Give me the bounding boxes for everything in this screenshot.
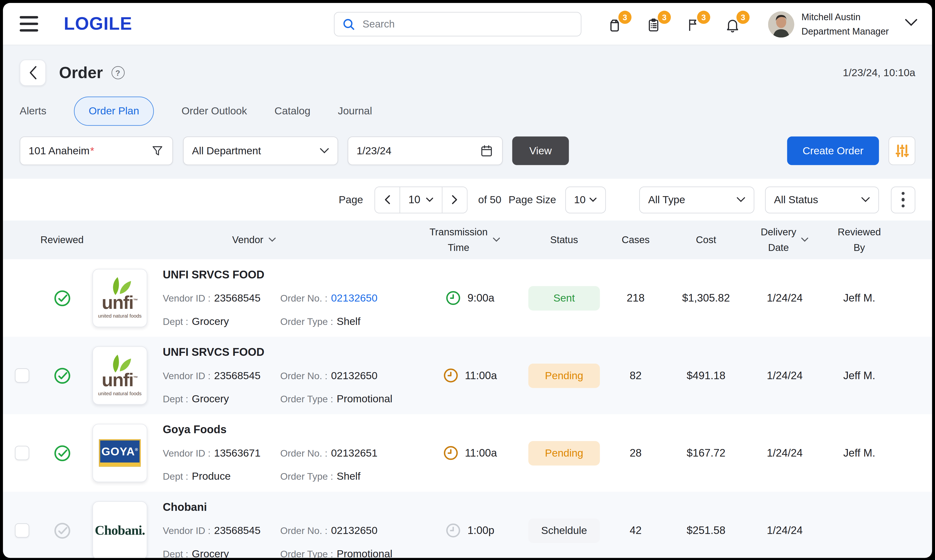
date-value: 1/23/24 <box>357 145 391 157</box>
order-type: Shelf <box>337 470 360 483</box>
vendor-name: Goya Foods <box>163 423 421 436</box>
status-badge: Scheldule <box>528 518 600 543</box>
search-input[interactable] <box>362 18 574 30</box>
clock-icon <box>445 289 462 306</box>
tab-alerts[interactable]: Alerts <box>20 105 46 117</box>
transmission-time: 9:00a <box>421 289 519 306</box>
delivery-date-value: 1/24/24 <box>750 524 819 537</box>
search-bar <box>334 12 581 36</box>
column-reviewed-by: Reviewed By <box>819 225 899 255</box>
vendor-name: UNFI SRVCS FOOD <box>163 268 421 282</box>
transmission-time: 1:00p <box>421 522 519 539</box>
cost-value: $167.72 <box>662 447 750 459</box>
more-options-kebab-icon[interactable] <box>891 186 915 213</box>
column-transmission-time[interactable]: Transmission Time <box>416 225 514 255</box>
vendor-info: Goya Foods Vendor ID :13563671 Order No.… <box>157 423 420 483</box>
view-button[interactable]: View <box>512 137 569 165</box>
order-type: Promotional <box>337 393 393 405</box>
row-checkbox[interactable] <box>15 523 29 538</box>
user-menu-chevron-down-icon[interactable] <box>904 18 918 29</box>
tab-journal[interactable]: Journal <box>338 105 372 117</box>
pagination-row: Page 10 of 50 Page Size 10 <box>3 179 932 220</box>
window-content: LOGILE 3 <box>3 3 932 558</box>
delivery-date-value: 1/24/24 <box>750 447 819 459</box>
status-filter-select[interactable]: All Status <box>765 186 879 213</box>
order-number-link[interactable]: 02132650 <box>331 292 377 305</box>
chevron-down-icon <box>320 148 329 154</box>
clock-icon <box>442 445 459 462</box>
department-select[interactable]: All Department <box>183 137 338 165</box>
sort-chevron-icon <box>492 237 500 243</box>
reviewed-check-icon[interactable] <box>41 444 83 462</box>
transmission-time: 11:00a <box>421 445 519 462</box>
funnel-filter-icon[interactable] <box>151 144 164 157</box>
department-value: All Department <box>192 145 261 157</box>
delivery-date-value: 1/24/24 <box>750 369 819 382</box>
calendar-icon[interactable] <box>479 144 494 158</box>
order-number: 02132651 <box>331 447 377 460</box>
table-row: Chobani. Chobani Vendor ID :23568545 Ord… <box>3 492 932 558</box>
tab-catalog[interactable]: Catalog <box>274 105 310 117</box>
tab-bar: Alerts Order Plan Order Outlook Catalog … <box>20 95 915 126</box>
user-menu[interactable]: Mitchell Austin Department Manager <box>768 10 889 39</box>
title-row: Order ? 1/23/24, 10:10a <box>20 45 915 86</box>
order-number: 02132650 <box>331 369 377 382</box>
vendor-info: Chobani Vendor ID :23568545 Order No. :0… <box>157 501 420 558</box>
current-timestamp: 1/23/24, 10:10a <box>843 66 915 79</box>
app-window: LOGILE 3 <box>0 0 935 560</box>
search-icon <box>342 17 356 31</box>
reviewed-check-icon[interactable] <box>41 366 83 385</box>
status-badge: Pending <box>528 441 600 465</box>
cost-value: $251.58 <box>662 524 750 537</box>
column-vendor[interactable]: Vendor <box>122 232 386 248</box>
column-status: Status <box>519 232 610 248</box>
tab-order-plan[interactable]: Order Plan <box>74 96 154 126</box>
reviewed-by-value: Jeff M. <box>819 369 899 382</box>
page-size-select[interactable]: 10 <box>565 186 606 213</box>
type-filter-select[interactable]: All Type <box>639 186 754 213</box>
notifications-bell-button[interactable]: 3 <box>725 13 742 33</box>
reviewed-check-icon[interactable] <box>41 289 83 308</box>
page-range-label: of 50 <box>478 194 501 206</box>
department: Grocery <box>192 393 229 405</box>
vendor-logo-chobani: Chobani. <box>92 502 147 558</box>
store-filter-input[interactable]: 101 Anaheim* <box>20 137 173 165</box>
row-checkbox[interactable] <box>15 446 29 460</box>
date-picker-input[interactable]: 1/23/24 <box>348 137 503 165</box>
cases-value: 82 <box>610 369 662 382</box>
orders-package-button[interactable]: 3 <box>607 13 624 33</box>
user-name: Mitchell Austin <box>801 10 889 25</box>
vendor-id: 23568545 <box>214 525 260 537</box>
pager-control: 10 <box>374 186 467 213</box>
page-title: Order <box>59 63 103 82</box>
hamburger-menu-button[interactable] <box>20 16 40 32</box>
sort-chevron-icon <box>268 237 276 243</box>
chevron-down-icon <box>736 197 746 203</box>
page-header-section: Order ? 1/23/24, 10:10a Alerts Order Pla… <box>3 45 932 179</box>
column-settings-sliders-icon[interactable] <box>889 137 915 165</box>
vendor-logo-goya: GOYA® <box>92 424 147 482</box>
vendor-logo-unfi: unfi™ united natural foods <box>92 346 147 405</box>
tab-order-outlook[interactable]: Order Outlook <box>182 105 247 117</box>
help-icon[interactable]: ? <box>111 66 125 79</box>
create-order-button[interactable]: Create Order <box>787 137 879 165</box>
table-row: unfi™ united natural foods UNFI SRVCS FO… <box>3 337 932 414</box>
table-row: unfi™ united natural foods UNFI SRVCS FO… <box>3 259 932 337</box>
column-delivery-date[interactable]: Delivery Date <box>750 225 819 255</box>
back-button[interactable] <box>20 60 46 86</box>
current-page-select[interactable]: 10 <box>400 187 442 212</box>
page-size-value: 10 <box>574 194 585 206</box>
previous-page-button[interactable] <box>375 187 399 212</box>
filter-row: 101 Anaheim* All Department 1/23/24 <box>20 137 915 165</box>
row-checkbox[interactable] <box>15 368 29 383</box>
flag-button[interactable]: 3 <box>685 13 703 33</box>
store-filter-value: 101 Anaheim <box>29 145 89 157</box>
notifications-badge: 3 <box>736 11 750 24</box>
page-range: of 50 Page Size <box>478 194 556 206</box>
clock-icon <box>445 522 462 539</box>
next-page-button[interactable] <box>442 187 467 212</box>
column-cost: Cost <box>662 232 750 248</box>
user-info: Mitchell Austin Department Manager <box>801 10 889 39</box>
checklist-clipboard-button[interactable]: 3 <box>646 13 664 33</box>
top-icon-group: 3 3 3 <box>607 13 742 33</box>
